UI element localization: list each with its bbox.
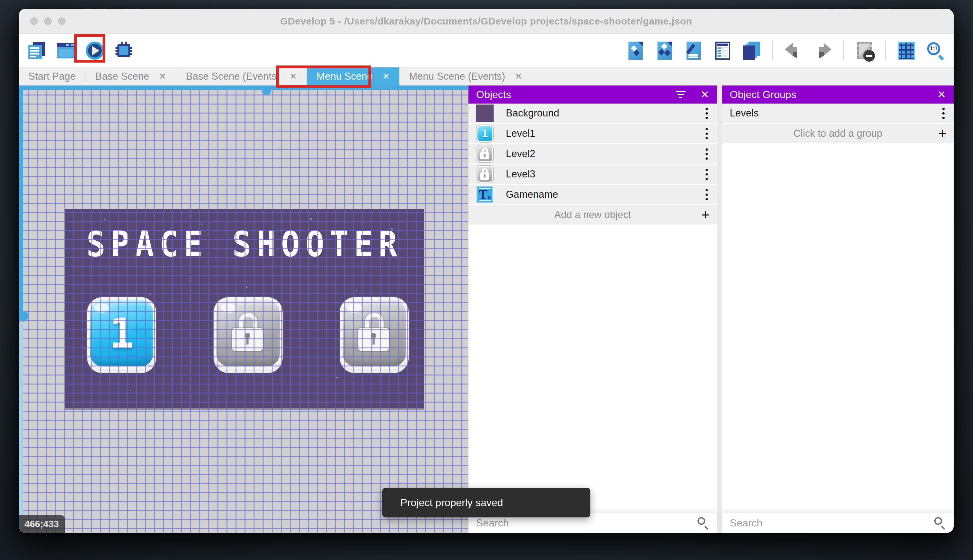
toolbar-separator bbox=[843, 41, 844, 60]
object-row-level1[interactable]: 1 Level1 bbox=[468, 124, 717, 143]
undo-icon bbox=[784, 42, 803, 59]
text-object-icon: Tx bbox=[477, 186, 493, 203]
open-properties-button[interactable] bbox=[683, 38, 704, 63]
tab-close-icon[interactable]: ✕ bbox=[159, 71, 167, 82]
tab-label: Start Page bbox=[28, 71, 75, 82]
group-menu-button[interactable] bbox=[940, 107, 947, 120]
level3-button-object[interactable] bbox=[340, 297, 409, 369]
objects-panel-header: Objects ✕ bbox=[468, 85, 717, 103]
object-groups-panel: Object Groups ✕ Levels Click to add a gr… bbox=[722, 85, 954, 533]
tab-label: Menu Scene bbox=[317, 71, 373, 82]
horizontal-scrollbar[interactable] bbox=[19, 85, 468, 90]
toggle-window-mask-button[interactable] bbox=[854, 38, 875, 63]
close-icon[interactable]: ✕ bbox=[937, 89, 946, 100]
layers-editor-icon bbox=[743, 42, 760, 60]
scene-title-text-object[interactable]: SPACE SHOOTER bbox=[65, 223, 424, 265]
object-menu-button[interactable] bbox=[703, 188, 710, 202]
groups-search-input[interactable] bbox=[722, 517, 934, 529]
search-icon bbox=[697, 517, 710, 529]
object-row-level2[interactable]: Level2 bbox=[468, 144, 717, 163]
tab-menu-scene[interactable]: Menu Scene ✕ bbox=[307, 67, 400, 85]
main-area: SPACE SHOOTER 1 bbox=[19, 85, 954, 533]
object-groups-panel-title: Object Groups bbox=[730, 89, 937, 101]
object-row-level3[interactable]: Level3 bbox=[468, 165, 717, 184]
vertical-scrollbar[interactable] bbox=[19, 90, 23, 313]
project-manager-button[interactable] bbox=[27, 38, 47, 63]
open-window-button[interactable] bbox=[55, 38, 76, 63]
objects-editor-icon bbox=[628, 42, 643, 60]
plus-icon: + bbox=[701, 208, 710, 222]
object-menu-button[interactable] bbox=[703, 107, 710, 120]
objects-panel-title: Objects bbox=[476, 89, 675, 101]
tab-base-scene[interactable]: Base Scene ✕ bbox=[85, 67, 176, 85]
object-row-background[interactable]: Background bbox=[468, 103, 717, 123]
open-object-groups-editor-button[interactable] bbox=[654, 38, 675, 63]
level1-thumbnail-icon: 1 bbox=[477, 125, 493, 142]
tab-base-scene-events[interactable]: Base Scene (Events) ✕ bbox=[176, 67, 307, 85]
toggle-grid-button[interactable] bbox=[896, 38, 917, 63]
open-instances-list-button[interactable] bbox=[712, 38, 733, 63]
redo-button[interactable] bbox=[812, 38, 833, 63]
redo-icon bbox=[813, 42, 832, 59]
locked-thumbnail-icon bbox=[477, 166, 493, 183]
object-menu-button[interactable] bbox=[703, 167, 710, 181]
locked-thumbnail-icon bbox=[477, 145, 493, 162]
group-row-levels[interactable]: Levels bbox=[722, 103, 954, 123]
zoom-1-1-button[interactable]: 1:1 bbox=[925, 38, 946, 63]
panel-divider[interactable] bbox=[717, 85, 722, 533]
tab-start-page[interactable]: Start Page bbox=[19, 67, 85, 85]
vertical-scrollbar-thumb[interactable] bbox=[19, 311, 28, 322]
open-objects-editor-button[interactable] bbox=[625, 38, 646, 63]
properties-icon bbox=[686, 42, 701, 60]
debugger-icon bbox=[117, 44, 130, 57]
cursor-coordinates: 466;433 bbox=[19, 515, 65, 533]
project-manager-icon bbox=[28, 42, 45, 59]
objects-panel: Objects ✕ Background 1 Level1 bbox=[468, 85, 717, 533]
tab-close-icon[interactable]: ✕ bbox=[382, 71, 390, 82]
object-row-gamename[interactable]: Tx Gamename bbox=[468, 185, 717, 204]
background-swatch-icon bbox=[476, 105, 493, 122]
objects-search-input[interactable] bbox=[468, 517, 697, 529]
tab-label: Base Scene bbox=[95, 71, 149, 82]
close-icon[interactable]: ✕ bbox=[700, 89, 709, 100]
toolbar-separator bbox=[772, 41, 773, 60]
toolbar-left bbox=[27, 38, 134, 63]
play-icon bbox=[86, 42, 104, 60]
filter-icon[interactable] bbox=[675, 91, 686, 98]
plus-icon: + bbox=[938, 127, 946, 141]
add-group-button[interactable]: Click to add a group + bbox=[722, 124, 954, 143]
horizontal-scrollbar-thumb[interactable] bbox=[262, 87, 271, 95]
open-debugger-button[interactable] bbox=[113, 38, 134, 63]
search-icon bbox=[934, 517, 946, 529]
grid-icon bbox=[898, 42, 915, 60]
scene-canvas[interactable]: SPACE SHOOTER 1 bbox=[19, 85, 468, 533]
title-bar: GDevelop 5 - /Users/dkarakay/Documents/G… bbox=[19, 9, 954, 34]
window-icon bbox=[57, 43, 75, 58]
gdevelop-window: GDevelop 5 - /Users/dkarakay/Documents/G… bbox=[19, 9, 954, 533]
object-menu-button[interactable] bbox=[703, 147, 710, 161]
window-title: GDevelop 5 - /Users/dkarakay/Documents/G… bbox=[19, 16, 954, 27]
open-layers-editor-button[interactable] bbox=[741, 38, 762, 63]
tab-close-icon[interactable]: ✕ bbox=[515, 71, 522, 82]
add-new-object-button[interactable]: Add a new object + bbox=[468, 205, 717, 225]
object-groups-editor-icon bbox=[658, 42, 672, 60]
lock-icon bbox=[232, 313, 264, 354]
scene-preview-background[interactable]: SPACE SHOOTER 1 bbox=[65, 209, 424, 408]
tab-close-icon[interactable]: ✕ bbox=[289, 71, 297, 82]
undo-button[interactable] bbox=[783, 38, 804, 63]
tab-label: Base Scene (Events) bbox=[186, 71, 280, 82]
zoom-1-1-icon: 1:1 bbox=[926, 42, 945, 60]
toolbar-right: 1:1 bbox=[625, 38, 946, 63]
level2-button-object[interactable] bbox=[213, 297, 283, 369]
toolbar-separator bbox=[885, 41, 886, 60]
launch-preview-button[interactable] bbox=[85, 38, 105, 63]
toolbar: 1:1 bbox=[19, 34, 954, 67]
groups-search-bar bbox=[722, 513, 954, 533]
vertical-scrollbar-track[interactable] bbox=[19, 323, 23, 533]
tab-menu-scene-events[interactable]: Menu Scene (Events) ✕ bbox=[400, 67, 532, 85]
window-mask-icon bbox=[857, 42, 872, 59]
object-groups-panel-header: Object Groups ✕ bbox=[722, 85, 954, 103]
lock-icon bbox=[358, 313, 390, 354]
object-menu-button[interactable] bbox=[703, 127, 710, 141]
level1-button-object[interactable]: 1 bbox=[87, 297, 156, 369]
